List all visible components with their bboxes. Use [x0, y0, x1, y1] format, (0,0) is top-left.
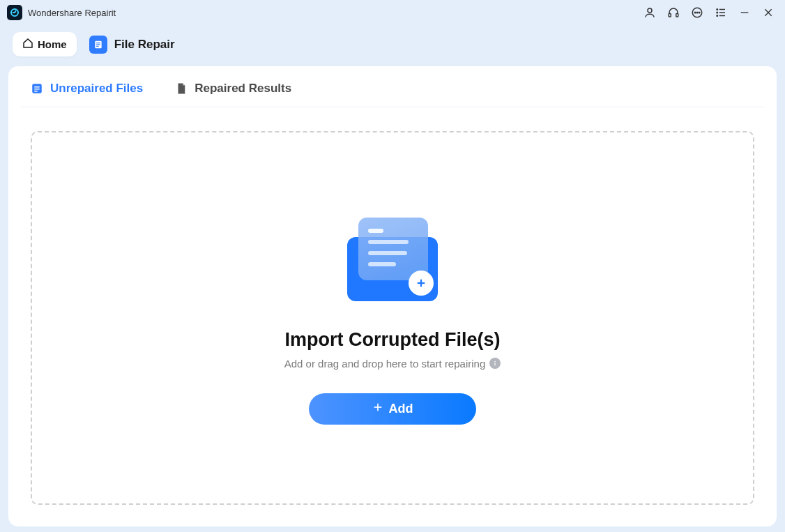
svg-point-7: [699, 12, 700, 13]
tab-repaired-label: Repaired Results: [195, 82, 291, 96]
svg-point-27: [494, 361, 496, 363]
unrepaired-files-icon: [31, 82, 43, 95]
tab-repaired[interactable]: Repaired Results: [175, 82, 291, 96]
info-icon[interactable]: [489, 358, 501, 369]
tab-unrepaired[interactable]: Unrepaired Files: [31, 82, 143, 96]
title-left: Wondershare Repairit: [7, 5, 116, 20]
file-repair-icon: [89, 36, 107, 54]
svg-rect-18: [96, 43, 100, 43]
headset-icon[interactable]: [666, 6, 680, 20]
breadcrumb-label: File Repair: [114, 38, 175, 52]
home-button[interactable]: Home: [13, 32, 77, 56]
svg-rect-28: [495, 363, 496, 365]
plus-badge-icon: [409, 271, 434, 296]
svg-rect-2: [669, 14, 671, 17]
dropzone[interactable]: Import Corrupted File(s) Add or drag and…: [31, 131, 754, 505]
svg-rect-23: [34, 89, 40, 90]
menu-list-icon[interactable]: [714, 6, 728, 20]
import-file-illustration-icon: [340, 212, 445, 310]
title-bar-actions: [643, 6, 775, 20]
chat-icon[interactable]: [690, 6, 704, 20]
svg-rect-24: [34, 91, 38, 92]
title-bar: Wondershare Repairit: [0, 0, 785, 25]
nav-bar: Home File Repair: [0, 25, 785, 66]
dropzone-subtitle: Add or drag and drop here to start repai…: [284, 358, 486, 370]
svg-rect-19: [96, 44, 100, 45]
tab-unrepaired-label: Unrepaired Files: [50, 82, 143, 96]
close-icon[interactable]: [761, 6, 775, 20]
svg-point-1: [648, 8, 652, 13]
minimize-icon[interactable]: [738, 6, 752, 20]
plus-icon: [372, 402, 383, 416]
add-button-label: Add: [389, 402, 413, 416]
dropzone-subtitle-row: Add or drag and drop here to start repai…: [284, 358, 501, 370]
user-icon[interactable]: [643, 6, 657, 20]
add-button[interactable]: Add: [309, 393, 476, 425]
svg-rect-22: [34, 86, 40, 88]
svg-point-6: [696, 12, 698, 13]
svg-point-12: [717, 15, 718, 17]
home-label: Home: [38, 38, 67, 50]
home-icon: [22, 38, 33, 51]
svg-rect-3: [676, 14, 678, 17]
svg-point-10: [717, 12, 718, 13]
svg-point-8: [717, 9, 718, 10]
app-title: Wondershare Repairit: [28, 8, 116, 18]
svg-point-5: [694, 12, 696, 13]
dropzone-title: Import Corrupted File(s): [285, 329, 501, 351]
breadcrumb: File Repair: [89, 36, 175, 54]
app-logo-icon: [7, 5, 22, 20]
svg-rect-20: [96, 45, 99, 46]
main-panel: Unrepaired Files Repaired Results Import…: [8, 66, 777, 526]
repaired-results-icon: [175, 82, 188, 95]
tabs: Unrepaired Files Repaired Results: [21, 77, 764, 107]
